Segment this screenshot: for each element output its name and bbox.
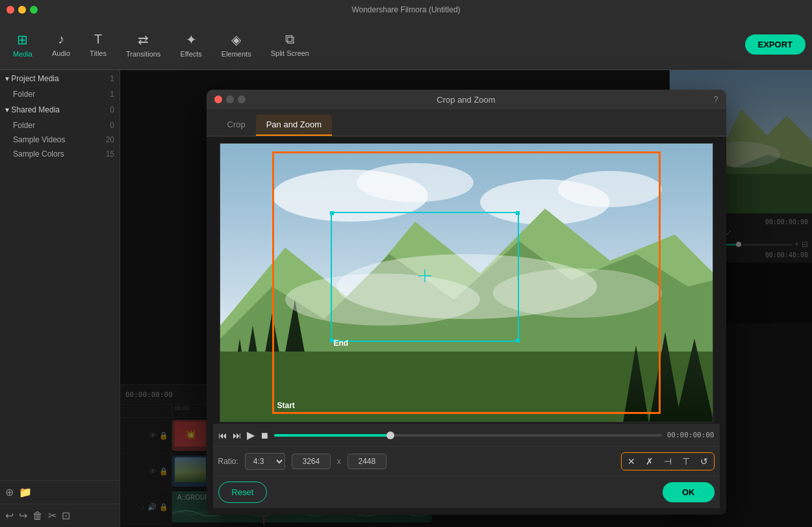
- sample-colors-label: Sample Colors: [13, 149, 64, 159]
- toolbar-audio[interactable]: ♪ Audio: [45, 28, 77, 61]
- modal-minimize-button[interactable]: [226, 96, 234, 103]
- minimize-button[interactable]: [18, 6, 26, 14]
- pb-back-button[interactable]: ⏮: [218, 430, 227, 441]
- toolbar-elements-label: Elements: [222, 50, 251, 58]
- ratio-label: Ratio:: [218, 457, 238, 466]
- crosshair: [418, 270, 431, 285]
- transitions-icon: ⇄: [138, 32, 149, 47]
- toolbar-media[interactable]: ⊞ Media: [6, 28, 39, 62]
- x-separator: x: [337, 457, 341, 466]
- height-input[interactable]: 2448: [348, 454, 387, 469]
- toolbar-transitions-label: Transitions: [126, 50, 160, 58]
- modal-playback-bar: ⏮ ⏭ ▶ ⏹ 00:00:00:00: [213, 424, 720, 446]
- main-area: ▾ Project Media 1 Folder 1 ▾ Shared Medi…: [0, 70, 812, 527]
- toolbar-effects[interactable]: ✦ Effects: [173, 28, 208, 62]
- toolbar-media-label: Media: [13, 50, 32, 58]
- window-controls[interactable]: [6, 6, 38, 14]
- handle-tl[interactable]: [330, 211, 334, 215]
- toolbar-transitions[interactable]: ⇄ Transitions: [120, 28, 167, 62]
- modal-controls-row: Ratio: 4:3 16:9 1:1 3264 x 2448 ✕ ✗ ⊣: [213, 446, 720, 476]
- pb-progress-bar[interactable]: [274, 434, 662, 437]
- sample-colors-count: 15: [106, 149, 114, 159]
- sidebar-item-sample-videos[interactable]: Sample Videos 20: [0, 133, 120, 147]
- add-item-button[interactable]: ⊕: [5, 486, 14, 498]
- crop-button[interactable]: ⊡: [62, 509, 70, 522]
- sidebar-project-media-count: 1: [110, 74, 114, 83]
- sidebar-project-media-label: ▾ Project Media: [5, 74, 59, 83]
- toolbar-audio-label: Audio: [52, 49, 70, 57]
- sidebar-item-shared-media[interactable]: ▾ Shared Media 0: [0, 101, 120, 118]
- tab-pan-zoom[interactable]: Pan and Zoom: [256, 114, 332, 136]
- pb-stop-button[interactable]: ⏹: [260, 430, 269, 441]
- cyan-selection-rect[interactable]: [331, 212, 519, 342]
- align-reset-button[interactable]: ↺: [696, 455, 712, 468]
- width-input[interactable]: 3264: [292, 454, 331, 469]
- ratio-select[interactable]: 4:3 16:9 1:1: [245, 453, 285, 470]
- cut-button[interactable]: ✂: [48, 509, 57, 522]
- handle-tr[interactable]: [516, 211, 520, 215]
- sidebar-item-folder-2[interactable]: Folder 0: [0, 118, 120, 133]
- modal-maximize-button[interactable]: [238, 96, 246, 103]
- audio-icon: ♪: [58, 32, 64, 47]
- add-folder-button[interactable]: 📁: [19, 486, 32, 498]
- modal-body: Start End ⏮ ⏭ ▶ ⏹ 00:00:00: [207, 136, 726, 515]
- content-area: { } 00:00:00:00 1/2 ⛶ 📷 🔊 ⤢: [120, 70, 812, 527]
- align-buttons: ✕ ✗ ⊣ ⊤ ↺: [621, 452, 715, 470]
- folder-1-count: 1: [110, 90, 114, 99]
- modal-bottom-row: Reset OK: [213, 476, 720, 508]
- modal-close-button[interactable]: [214, 96, 222, 103]
- align-h-button[interactable]: ⊣: [660, 455, 676, 468]
- align-center-button[interactable]: ✕: [624, 455, 639, 468]
- folder-2-label: Folder: [13, 121, 35, 130]
- sample-videos-label: Sample Videos: [13, 135, 66, 144]
- end-label: End: [334, 339, 349, 348]
- elements-icon: ◈: [231, 32, 241, 47]
- sidebar-shared-media-count: 0: [110, 105, 114, 114]
- titles-icon: T: [94, 32, 102, 47]
- pb-timecode: 00:00:00:00: [667, 431, 715, 439]
- pb-step-back-button[interactable]: ⏭: [233, 430, 242, 441]
- start-label: Start: [277, 401, 295, 410]
- sidebar-item-project-media[interactable]: ▾ Project Media 1: [0, 70, 120, 87]
- toolbar-titles-label: Titles: [90, 49, 107, 57]
- folder-1-label: Folder: [13, 90, 35, 99]
- sidebar-shared-media-label: ▾ Shared Media: [5, 105, 60, 114]
- modal-window-controls[interactable]: [214, 96, 246, 103]
- sidebar-tools: ↩ ↪ 🗑 ✂ ⊡: [0, 504, 120, 527]
- close-button[interactable]: [6, 6, 14, 14]
- sample-videos-count: 20: [106, 135, 114, 144]
- handle-br[interactable]: [516, 339, 520, 342]
- align-x-button[interactable]: ✗: [642, 455, 657, 468]
- modal-tabs: Crop Pan and Zoom: [207, 109, 726, 136]
- redo-button[interactable]: ↪: [19, 509, 27, 522]
- ok-button[interactable]: OK: [663, 482, 715, 502]
- app-title: Wondershare Filmora (Untitled): [351, 5, 460, 14]
- main-toolbar: ⊞ Media ♪ Audio T Titles ⇄ Transitions ✦…: [0, 19, 812, 70]
- splitscreen-icon: ⧉: [285, 32, 294, 47]
- reset-button[interactable]: Reset: [218, 482, 268, 503]
- sidebar-item-folder-1[interactable]: Folder 1: [0, 87, 120, 101]
- modal-overlay: Crop and Zoom ? Crop Pan and Zoom: [120, 70, 812, 527]
- sidebar: ▾ Project Media 1 Folder 1 ▾ Shared Medi…: [0, 70, 120, 527]
- toolbar-splitscreen[interactable]: ⧉ Split Screen: [264, 28, 316, 61]
- toolbar-titles[interactable]: T Titles: [83, 28, 113, 61]
- titlebar: Wondershare Filmora (Untitled): [0, 0, 812, 19]
- effects-icon: ✦: [186, 32, 197, 47]
- media-icon: ⊞: [17, 32, 28, 47]
- sidebar-item-sample-colors[interactable]: Sample Colors 15: [0, 147, 120, 161]
- align-v-button[interactable]: ⊤: [678, 455, 694, 468]
- pb-play-button[interactable]: ▶: [247, 429, 255, 441]
- toolbar-elements[interactable]: ◈ Elements: [215, 28, 258, 62]
- pb-progress-thumb[interactable]: [387, 431, 394, 439]
- delete-button[interactable]: 🗑: [32, 509, 43, 522]
- modal-title: Crop and Zoom: [437, 95, 495, 105]
- undo-button[interactable]: ↩: [5, 509, 14, 522]
- crosshair-svg: [418, 270, 431, 283]
- help-icon[interactable]: ?: [714, 95, 718, 104]
- export-button[interactable]: EXPORT: [745, 34, 806, 55]
- tab-crop[interactable]: Crop: [217, 114, 256, 136]
- pb-progress-fill: [274, 434, 390, 437]
- maximize-button[interactable]: [30, 6, 38, 14]
- canvas-area[interactable]: Start End: [220, 143, 713, 422]
- crop-zoom-modal: Crop and Zoom ? Crop Pan and Zoom: [207, 90, 726, 515]
